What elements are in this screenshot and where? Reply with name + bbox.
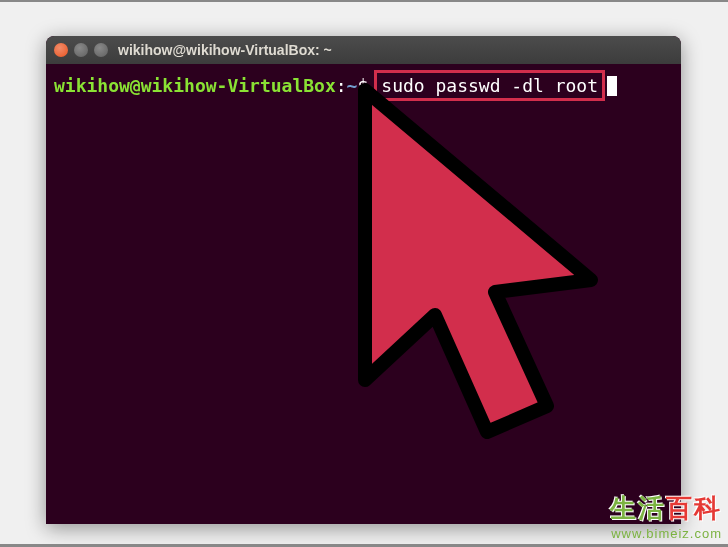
titlebar[interactable]: wikihow@wikihow-VirtualBox: ~	[46, 36, 681, 64]
prompt-line: wikihow@wikihow-VirtualBox:~$ sudo passw…	[54, 70, 673, 101]
watermark-url: www.bimeiz.com	[610, 526, 722, 541]
watermark: 生活百科 www.bimeiz.com	[610, 491, 722, 541]
watermark-text-2: 百科	[666, 493, 722, 523]
minimize-button[interactable]	[74, 43, 88, 57]
window-title: wikihow@wikihow-VirtualBox: ~	[118, 42, 332, 58]
prompt-separator: :	[336, 73, 347, 98]
prompt-user-host: wikihow@wikihow-VirtualBox	[54, 73, 336, 98]
maximize-button[interactable]	[94, 43, 108, 57]
command-highlight-box: sudo passwd -dl root	[374, 70, 605, 101]
terminal-body[interactable]: wikihow@wikihow-VirtualBox:~$ sudo passw…	[46, 64, 681, 107]
prompt-path: ~	[347, 73, 358, 98]
window-controls	[54, 43, 108, 57]
text-cursor	[607, 76, 617, 96]
watermark-logo: 生活百科	[610, 491, 722, 526]
terminal-window: wikihow@wikihow-VirtualBox: ~ wikihow@wi…	[46, 36, 681, 524]
image-top-border	[0, 0, 728, 2]
command-text: sudo passwd -dl root	[381, 75, 598, 96]
close-button[interactable]	[54, 43, 68, 57]
prompt-dollar: $	[357, 73, 368, 98]
watermark-text-1: 生活	[610, 493, 666, 523]
